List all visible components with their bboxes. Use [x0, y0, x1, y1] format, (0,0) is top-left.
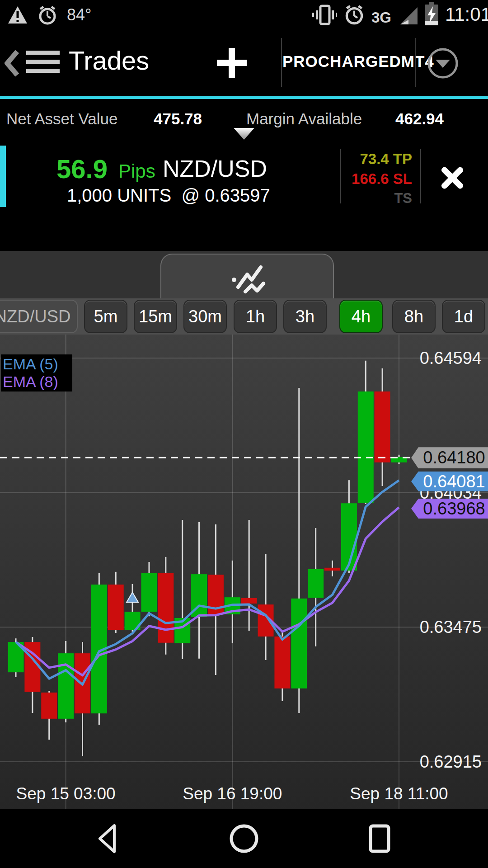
- chart-instrument-label[interactable]: NZD/USD: [0, 300, 78, 333]
- timeframe-4h-selected[interactable]: 4h: [339, 300, 383, 333]
- candle-down: [108, 585, 124, 630]
- candlestick-canvas[interactable]: [0, 335, 488, 809]
- nav-recents-icon[interactable]: [363, 822, 396, 855]
- header-divider: [281, 38, 282, 87]
- margin-value: 462.94: [395, 110, 444, 128]
- timeframe-15m[interactable]: 15m: [134, 300, 177, 333]
- page-title: Trades: [69, 45, 149, 75]
- temperature: 84°: [67, 5, 91, 24]
- candle-up: [308, 569, 324, 598]
- timeframe-toolbar: NZD/USD 5m15m30m1h3h4h8h1d: [0, 298, 488, 335]
- account-summary: Net Asset Value 475.78 Margin Available …: [0, 99, 488, 142]
- timeframe-1h[interactable]: 1h: [234, 300, 277, 333]
- status-bar: 84° 3G 11:01: [0, 0, 488, 29]
- trade-open-price: @ 0.63597: [181, 185, 270, 205]
- android-nav-bar: [0, 809, 488, 868]
- candle-down: [41, 693, 57, 719]
- y-axis-label: 0.64594: [420, 349, 482, 368]
- open-trade-row[interactable]: 56.9 Pips NZD/USD 1,000 UNITS @ 0.63597 …: [0, 142, 488, 251]
- timeframe-1d[interactable]: 1d: [442, 300, 485, 333]
- trade-pips-unit: Pips: [118, 160, 155, 182]
- current-price-tag: 0.64180: [411, 447, 488, 468]
- chart-legend: EMA (5) EMA (8): [1, 354, 72, 392]
- x-axis-label: Sep 18 11:00: [350, 784, 448, 803]
- vibrate-icon: [312, 4, 337, 26]
- margin-label: Margin Available: [246, 110, 362, 128]
- timeframe-8h[interactable]: 8h: [392, 300, 436, 333]
- nav-value: 475.78: [154, 110, 202, 128]
- trade-pips-value: 56.9: [56, 154, 108, 184]
- ema8-price-tag: 0.63968: [411, 499, 488, 519]
- close-trade-button[interactable]: [435, 160, 469, 195]
- chart-toggle-tab[interactable]: [160, 254, 334, 302]
- y-axis-label: 0.62915: [420, 752, 482, 772]
- timeframe-5m[interactable]: 5m: [84, 300, 127, 333]
- line-chart-icon: [230, 263, 267, 295]
- clock-time: 11:01: [445, 4, 488, 25]
- stop-loss-value: 166.6 SL: [352, 170, 412, 188]
- expand-summary-icon[interactable]: [233, 127, 255, 141]
- app-screen: 84° 3G 11:01: [0, 0, 488, 868]
- candle-up: [141, 573, 157, 612]
- add-trade-button[interactable]: [217, 48, 247, 78]
- legend-ema8: EMA (8): [3, 373, 70, 391]
- nav-label: Net Asset Value: [6, 110, 117, 128]
- trade-units-text: 1,000 UNITS: [67, 185, 171, 205]
- candle-up: [58, 653, 74, 719]
- x-axis-label: Sep 15 03:00: [16, 784, 116, 803]
- chart-tab-band: [0, 251, 488, 298]
- candle-down: [324, 568, 340, 571]
- candle-up: [291, 599, 307, 689]
- warning-icon: [7, 5, 28, 25]
- trade-divider: [420, 149, 421, 203]
- trade-units: 1,000 UNITS @ 0.63597: [67, 185, 270, 206]
- account-dropdown-icon[interactable]: [427, 47, 459, 80]
- candle-down: [241, 598, 257, 604]
- y-axis-label: 0.63475: [420, 618, 482, 637]
- battery-charging-icon: [420, 1, 443, 28]
- network-type: 3G: [371, 9, 391, 26]
- nav-back-icon[interactable]: [93, 822, 126, 855]
- candle-down: [274, 637, 290, 689]
- alarm-icon-2: [343, 3, 366, 26]
- trade-entry-marker: [127, 592, 138, 602]
- candle-down: [375, 392, 390, 462]
- trade-instrument: NZD/USD: [163, 155, 267, 182]
- header-divider: [415, 38, 416, 87]
- accent-divider: [0, 96, 488, 99]
- header: Trades PROCHARGEDMT4: [0, 29, 488, 96]
- candle-up: [358, 392, 374, 503]
- candle-down: [158, 573, 174, 643]
- alarm-icon: [36, 4, 59, 26]
- trade-accent-bar: [0, 146, 6, 207]
- signal-icon: [399, 5, 418, 25]
- nav-home-icon[interactable]: [227, 822, 261, 855]
- back-chevron-icon[interactable]: [5, 50, 20, 77]
- ema5-price-tag: 0.64081: [411, 472, 488, 491]
- legend-ema5: EMA (5): [3, 355, 70, 373]
- timeframe-30m[interactable]: 30m: [183, 300, 227, 333]
- price-chart[interactable]: EMA (5) EMA (8) 0.645940.640340.634750.6…: [0, 335, 488, 809]
- trailing-stop-label: TS: [394, 190, 412, 207]
- take-profit-value: 73.4 TP: [360, 151, 412, 168]
- account-selector[interactable]: PROCHARGEDMT4: [282, 52, 413, 71]
- menu-icon[interactable]: [26, 51, 60, 73]
- timeframe-3h[interactable]: 3h: [283, 300, 327, 333]
- x-axis-label: Sep 16 19:00: [183, 784, 282, 803]
- trade-divider: [340, 149, 341, 203]
